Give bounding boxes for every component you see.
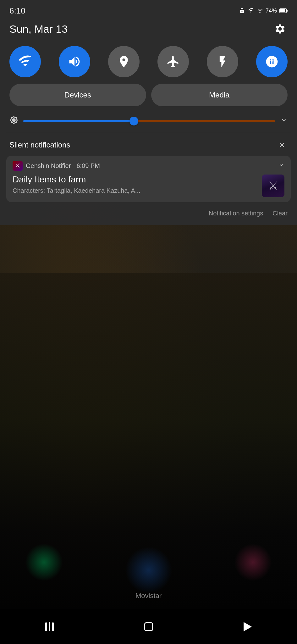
silent-notifications-header: Silent notifications: [0, 133, 297, 156]
quick-tiles-row: [0, 43, 297, 84]
status-time: 6:10: [9, 6, 25, 16]
character-avatar: [262, 175, 284, 197]
brightness-expand-button[interactable]: [280, 116, 288, 126]
location-tile-icon: [117, 55, 131, 69]
notification-description: Characters: Tartaglia, Kaedehara Kazuha,…: [13, 186, 258, 195]
notification-clear-button[interactable]: Clear: [272, 210, 288, 217]
status-icons: 74%: [239, 8, 288, 14]
lock-icon: [239, 8, 245, 14]
home-icon: [144, 622, 153, 631]
sound-tile-icon: [68, 55, 81, 69]
airplane-tile-icon: [166, 55, 180, 69]
brightness-icon: [9, 116, 18, 126]
notification-top-row: ⚔ Genshin Notifier 6:09 PM: [13, 161, 284, 171]
navigation-bar: [0, 609, 297, 644]
sound-tile[interactable]: [59, 46, 90, 77]
notification-app-info: ⚔ Genshin Notifier 6:09 PM: [13, 161, 100, 171]
wifi-tile[interactable]: [9, 46, 41, 77]
silent-notifications-label: Silent notifications: [9, 141, 70, 149]
battery-icon: [279, 8, 288, 13]
brightness-thumb: [129, 117, 138, 125]
signal-icon: [257, 8, 263, 14]
notification-actions: Notification settings Clear: [0, 205, 297, 219]
battery-percent: 74%: [266, 8, 277, 14]
notification-app-icon: ⚔: [13, 161, 23, 171]
home-button[interactable]: [136, 617, 161, 636]
notification-card[interactable]: ⚔ Genshin Notifier 6:09 PM Daily Items t…: [6, 156, 291, 202]
status-bar: 6:10 74%: [0, 0, 297, 19]
back-icon: [244, 622, 252, 631]
date-row: Sun, Mar 13: [0, 19, 297, 43]
device-media-row: Devices Media: [0, 84, 297, 113]
notification-settings-button[interactable]: Notification settings: [209, 210, 263, 217]
svg-point-0: [259, 12, 260, 13]
date-display: Sun, Mar 13: [9, 23, 68, 35]
settings-gear-button[interactable]: [272, 21, 288, 36]
silent-notifications-close-button[interactable]: [276, 139, 288, 151]
location-tile[interactable]: [108, 46, 140, 77]
svg-rect-3: [287, 10, 288, 12]
brightness-slider[interactable]: [23, 120, 275, 122]
gear-icon: [274, 23, 286, 35]
flashlight-tile[interactable]: [207, 46, 238, 77]
wifi-status-icon: [247, 8, 254, 14]
datasaver-tile-icon: [265, 55, 279, 69]
back-button[interactable]: [235, 617, 260, 636]
recent-apps-button[interactable]: [37, 617, 62, 636]
airplane-tile[interactable]: [157, 46, 189, 77]
notification-chevron-icon: [278, 162, 284, 168]
close-icon: [278, 141, 286, 149]
notification-content: Daily Items to farm Characters: Tartagli…: [13, 175, 258, 195]
flashlight-tile-icon: [216, 55, 229, 69]
devices-button[interactable]: Devices: [9, 84, 146, 106]
notification-title: Daily Items to farm: [13, 175, 258, 185]
ambient-glow-right: [234, 543, 272, 581]
ambient-glow-center: [125, 547, 172, 594]
brightness-row: [0, 113, 297, 133]
recent-apps-icon: [45, 622, 54, 631]
notification-body: Daily Items to farm Characters: Tartagli…: [13, 175, 284, 197]
notification-expand-button[interactable]: [278, 162, 284, 170]
datasaver-tile[interactable]: [256, 46, 288, 77]
svg-rect-2: [280, 9, 285, 12]
ambient-glow-left: [25, 543, 63, 581]
media-button[interactable]: Media: [151, 84, 288, 106]
notification-time: 6:09 PM: [76, 162, 100, 169]
wifi-tile-icon: [18, 55, 32, 69]
brightness-track: [23, 120, 275, 122]
notification-app-name: Genshin Notifier: [26, 162, 71, 169]
notification-thumbnail: [262, 175, 284, 197]
sun-icon: [9, 116, 18, 125]
chevron-down-icon: [280, 116, 288, 124]
carrier-label: Movistar: [135, 592, 162, 600]
notification-shade: 6:10 74% Sun,: [0, 0, 297, 225]
